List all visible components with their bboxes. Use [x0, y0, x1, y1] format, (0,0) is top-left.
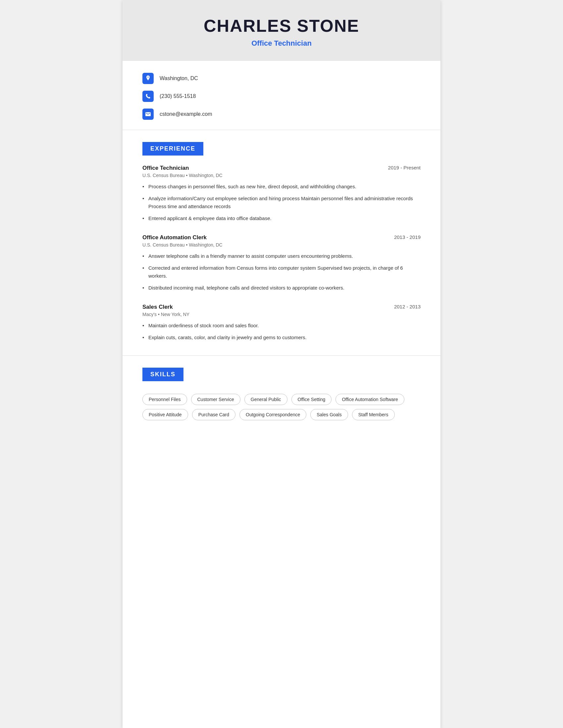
bullet-1-1: Process changes in personnel files, such… [142, 183, 421, 191]
email-icon [142, 109, 154, 120]
company-name-2: U.S. Census Bureau [142, 242, 185, 248]
contact-section: Washington, DC (230) 555-1518 cstone@exa… [122, 61, 441, 130]
job-title-1: Office Technician [142, 165, 189, 171]
skills-section: SKILLS Personnel Files Customer Service … [122, 356, 441, 433]
job-company-1: U.S. Census Bureau • Washington, DC [142, 173, 421, 178]
resume-header: CHARLES STONE Office Technician [122, 0, 441, 61]
bullet-1-2: Analyze information/Carry out employee s… [142, 195, 421, 210]
skill-tag-1: Customer Service [191, 394, 240, 405]
location-icon [142, 73, 154, 84]
job-bullets-3: Maintain orderliness of stock room and s… [142, 322, 421, 341]
experience-section-header: EXPERIENCE [142, 142, 203, 156]
company-separator-3: • [158, 312, 161, 317]
bullet-2-2: Corrected and entered information from C… [142, 264, 421, 280]
experience-header-2: Office Automation Clerk 2013 - 2019 [142, 234, 421, 241]
job-bullets-2: Answer telephone calls in a friendly man… [142, 252, 421, 292]
skill-tag-6: Purchase Card [192, 409, 235, 420]
location-text: Washington, DC [160, 75, 198, 81]
company-name-1: U.S. Census Bureau [142, 173, 185, 178]
bullet-3-1: Maintain orderliness of stock room and s… [142, 322, 421, 330]
company-location-1: Washington, DC [189, 173, 222, 178]
candidate-name: CHARLES STONE [142, 16, 421, 36]
experience-section: EXPERIENCE Office Technician 2019 - Pres… [122, 130, 441, 356]
skill-tag-5: Positive Attitude [142, 409, 188, 420]
location-item: Washington, DC [142, 73, 421, 84]
skill-tag-3: Office Setting [292, 394, 332, 405]
company-separator-1: • [186, 173, 189, 178]
skill-tag-0: Personnel Files [142, 394, 187, 405]
experience-item-3: Sales Clerk 2012 - 2013 Macy's • New Yor… [142, 304, 421, 341]
resume-container: CHARLES STONE Office Technician Washingt… [122, 0, 441, 728]
company-location-3: New York, NY [161, 312, 189, 317]
company-separator-2: • [186, 242, 189, 248]
job-company-2: U.S. Census Bureau • Washington, DC [142, 242, 421, 248]
candidate-title: Office Technician [142, 39, 421, 48]
job-dates-3: 2012 - 2013 [394, 304, 421, 309]
experience-item-2: Office Automation Clerk 2013 - 2019 U.S.… [142, 234, 421, 292]
bullet-2-3: Distributed incoming mail, telephone cal… [142, 284, 421, 292]
skill-tag-4: Office Automation Software [336, 394, 404, 405]
bullet-1-3: Entered applicant & employee data into o… [142, 214, 421, 222]
skill-tag-2: General Public [244, 394, 288, 405]
email-text: cstone@example.com [160, 111, 212, 117]
experience-header-3: Sales Clerk 2012 - 2013 [142, 304, 421, 310]
skills-tags-container: Personnel Files Customer Service General… [142, 394, 421, 420]
job-dates-2: 2013 - 2019 [394, 234, 421, 240]
company-location-2: Washington, DC [189, 242, 222, 248]
job-bullets-1: Process changes in personnel files, such… [142, 183, 421, 222]
job-dates-1: 2019 - Present [388, 165, 421, 170]
skills-section-header: SKILLS [142, 368, 183, 381]
skill-tag-8: Sales Goals [310, 409, 348, 420]
experience-header-1: Office Technician 2019 - Present [142, 165, 421, 171]
job-company-3: Macy's • New York, NY [142, 312, 421, 317]
email-item: cstone@example.com [142, 109, 421, 120]
phone-text: (230) 555-1518 [160, 93, 196, 99]
experience-item-1: Office Technician 2019 - Present U.S. Ce… [142, 165, 421, 222]
phone-icon [142, 91, 154, 102]
phone-item: (230) 555-1518 [142, 91, 421, 102]
skill-tag-7: Outgoing Correspondence [239, 409, 306, 420]
bullet-2-1: Answer telephone calls in a friendly man… [142, 252, 421, 260]
job-title-2: Office Automation Clerk [142, 234, 207, 241]
job-title-3: Sales Clerk [142, 304, 173, 310]
skill-tag-9: Staff Members [352, 409, 395, 420]
company-name-3: Macy's [142, 312, 157, 317]
bullet-3-2: Explain cuts, carats, color, and clarity… [142, 334, 421, 341]
